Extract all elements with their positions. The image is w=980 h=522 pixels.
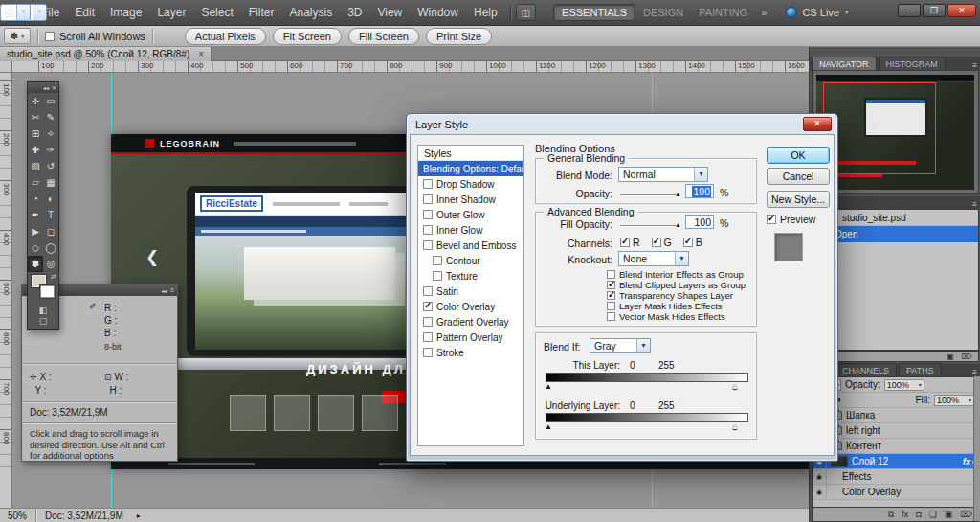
- eraser-tool[interactable]: ▱: [28, 174, 43, 191]
- opacity-dropdown[interactable]: 100%: [884, 379, 924, 391]
- style-checkbox[interactable]: [423, 332, 433, 342]
- layer-row[interactable]: Effects: [813, 469, 978, 485]
- toolbox-header[interactable]: ◂◂ ✕: [28, 82, 58, 93]
- history-footer-icon[interactable]: ⌦: [962, 352, 972, 361]
- visibility-eye-icon[interactable]: [813, 469, 827, 484]
- layers-footer-icon[interactable]: ⧉: [888, 510, 894, 520]
- eyedropper-tool[interactable]: ✧: [43, 125, 58, 142]
- panel-tab[interactable]: NAVIGATOR: [812, 57, 877, 70]
- workspace-button[interactable]: PAINTING: [691, 4, 755, 21]
- cs-live-button[interactable]: CS Live: [786, 7, 848, 18]
- visibility-eye-icon[interactable]: [813, 485, 827, 499]
- style-checkbox[interactable]: [423, 225, 433, 235]
- quick-selection-tool[interactable]: ✎: [43, 109, 58, 125]
- move-tool[interactable]: ✛: [28, 93, 43, 109]
- menu-item[interactable]: Image: [102, 0, 149, 26]
- style-item[interactable]: Drop Shadow: [418, 176, 523, 192]
- status-options-arrow[interactable]: ▸: [137, 511, 141, 520]
- opacity-slider[interactable]: [620, 194, 678, 196]
- close-button[interactable]: ✕: [947, 4, 976, 17]
- shape-tool[interactable]: ◻: [43, 223, 58, 239]
- style-checkbox[interactable]: [423, 240, 433, 250]
- 3d-rotate-tool[interactable]: ◇: [28, 239, 43, 256]
- option-checkbox[interactable]: [607, 312, 615, 321]
- knockout-dropdown[interactable]: None: [618, 251, 689, 266]
- lasso-tool[interactable]: ✄: [28, 109, 43, 125]
- menu-item[interactable]: Filter: [241, 0, 282, 26]
- zoom-tool[interactable]: ◎: [43, 256, 58, 272]
- scroll-all-windows-checkbox[interactable]: [45, 32, 55, 41]
- highlight-slider-handle[interactable]: ▲: [731, 383, 739, 391]
- option-checkbox[interactable]: [607, 270, 615, 279]
- gradient-tool[interactable]: ▦: [43, 174, 58, 191]
- style-item[interactable]: Inner Shadow: [418, 192, 523, 207]
- healing-brush-tool[interactable]: ✚: [28, 142, 43, 158]
- style-item[interactable]: Texture: [418, 268, 523, 284]
- menu-item[interactable]: Edit: [67, 0, 102, 26]
- style-checkbox[interactable]: [423, 286, 433, 296]
- style-checkbox[interactable]: [423, 194, 433, 204]
- swap-colors-icon[interactable]: ⇄: [51, 273, 56, 281]
- panel-tab[interactable]: HISTOGRAM: [879, 57, 946, 70]
- type-tool[interactable]: T: [43, 207, 58, 223]
- view-button[interactable]: Actual Pixels: [185, 28, 266, 45]
- style-checkbox[interactable]: [423, 348, 433, 357]
- underlying-layer-gradient-bar[interactable]: [546, 413, 748, 422]
- restore-button[interactable]: ❐: [923, 4, 946, 17]
- style-item[interactable]: Outer Glow: [418, 207, 523, 222]
- style-checkbox[interactable]: [423, 302, 433, 311]
- history-footer-icon[interactable]: ▣: [947, 352, 954, 361]
- ok-button[interactable]: OK: [767, 147, 830, 164]
- crop-tool[interactable]: ⊞: [28, 125, 43, 142]
- panel-menu-icon[interactable]: ≡: [972, 200, 977, 209]
- mode-icon[interactable]: ◧: [39, 306, 48, 315]
- fill-opacity-field[interactable]: 100: [685, 215, 714, 229]
- collapse-icon[interactable]: ◂◂: [161, 287, 167, 294]
- layers-footer-icon[interactable]: ▣: [945, 510, 953, 519]
- style-checkbox[interactable]: [433, 256, 442, 265]
- scrollbar[interactable]: [973, 376, 980, 521]
- cancel-button[interactable]: Cancel: [767, 168, 830, 185]
- style-checkbox[interactable]: [423, 210, 433, 219]
- workspace-button[interactable]: DESIGN: [635, 4, 691, 21]
- brush-tool[interactable]: ✑: [43, 142, 58, 158]
- panel-tab[interactable]: CHANNELS: [835, 363, 897, 376]
- channel-checkbox-item[interactable]: R: [620, 237, 640, 248]
- style-item[interactable]: Inner Glow: [418, 222, 523, 238]
- panel-menu-icon[interactable]: ≡: [972, 368, 977, 376]
- view-button[interactable]: Fit Screen: [273, 28, 342, 45]
- dialog-title-bar[interactable]: Layer Style: [410, 114, 835, 134]
- channel-checkbox[interactable]: [620, 238, 630, 247]
- 3d-orbit-tool[interactable]: ◯: [43, 239, 58, 256]
- shadow-slider-handle[interactable]: ▲: [545, 423, 552, 431]
- pen-tool[interactable]: ✒: [28, 207, 43, 223]
- style-item[interactable]: Blending Options: Default: [418, 161, 523, 176]
- menu-item[interactable]: Window: [410, 0, 466, 26]
- path-selection-tool[interactable]: ▶: [28, 223, 43, 239]
- style-item[interactable]: Contour: [418, 253, 523, 268]
- tab-close-icon[interactable]: ×: [198, 49, 204, 59]
- dialog-close-button[interactable]: ✕: [803, 117, 832, 131]
- blend-if-dropdown[interactable]: Gray: [590, 338, 651, 353]
- channel-checkbox-item[interactable]: G: [652, 237, 672, 248]
- channel-checkbox-item[interactable]: B: [683, 237, 702, 248]
- navigator-view-rectangle[interactable]: [823, 82, 937, 174]
- layers-footer-icon[interactable]: fx: [902, 510, 908, 519]
- style-checkbox[interactable]: [423, 317, 433, 327]
- layers-footer-icon[interactable]: ❏: [929, 510, 937, 519]
- collapse-icon[interactable]: ◂◂: [43, 84, 49, 91]
- new-style-button[interactable]: New Style...: [767, 191, 830, 208]
- blur-tool[interactable]: ◔: [28, 191, 43, 207]
- fill-opacity-slider[interactable]: [620, 225, 678, 227]
- preview-checkbox[interactable]: [767, 215, 776, 224]
- zoom-percentage[interactable]: 50%: [8, 511, 27, 521]
- bridge-icon[interactable]: ◫: [516, 4, 536, 21]
- fill-dropdown[interactable]: 100%: [934, 395, 974, 406]
- menu-item[interactable]: Select: [193, 0, 240, 26]
- view-button[interactable]: Fill Screen: [348, 28, 419, 45]
- menu-item[interactable]: 3D: [340, 0, 369, 26]
- channel-checkbox[interactable]: [652, 238, 661, 247]
- menu-item[interactable]: Analysis: [281, 0, 340, 26]
- this-layer-gradient-bar[interactable]: [546, 373, 748, 382]
- style-item[interactable]: Gradient Overlay: [418, 314, 523, 329]
